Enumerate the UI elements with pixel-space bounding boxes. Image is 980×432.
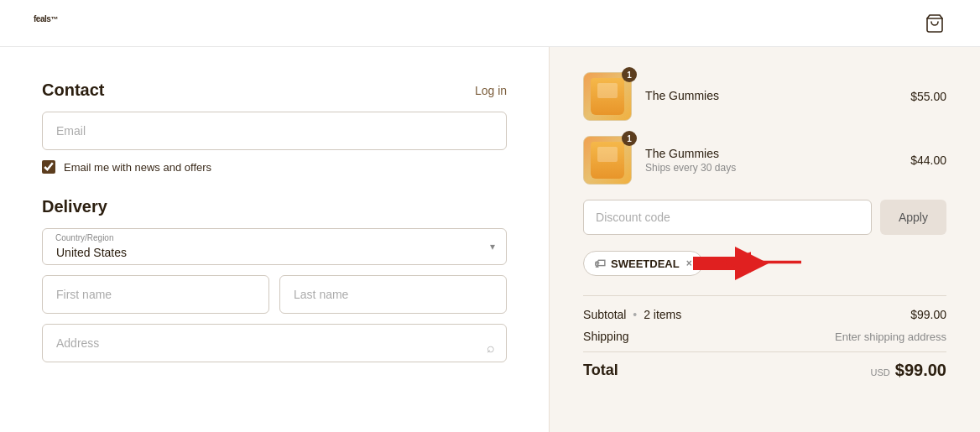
total-currency: USD (871, 367, 890, 377)
product-image-wrap: 1 (583, 72, 632, 121)
discount-code-input[interactable] (583, 200, 872, 235)
total-row: Total USD $99.00 (583, 351, 946, 380)
shipping-value: Enter shipping address (835, 331, 946, 343)
product-list: 1 The Gummies $55.00 1 The Gummies Ships (583, 72, 946, 185)
arrow-indicator (713, 247, 805, 280)
site-logo: feals™ (34, 10, 58, 36)
quantity-badge: 1 (622, 67, 637, 82)
main-layout: Contact Log in Email me with news and of… (0, 47, 980, 432)
newsletter-label: Email me with news and offers (64, 161, 211, 174)
summary-divider (583, 295, 946, 296)
delivery-title: Delivery (42, 197, 107, 216)
remove-coupon-button[interactable]: × (686, 258, 692, 269)
tag-icon: 🏷 (594, 257, 606, 270)
first-name-field[interactable] (42, 275, 269, 314)
email-field[interactable] (42, 112, 507, 150)
coupon-code-label: SWEETDEAL (611, 258, 680, 270)
product-price: $55.00 (910, 90, 946, 103)
last-name-field[interactable] (279, 275, 507, 314)
discount-row: Apply (583, 200, 946, 235)
shipping-row: Shipping Enter shipping address (583, 330, 946, 343)
country-select-wrap: Country/Region United States ▾ (42, 228, 507, 265)
contact-section-header: Contact Log in (42, 81, 507, 100)
left-panel: Contact Log in Email me with news and of… (0, 47, 549, 432)
product-image-wrap: 1 (583, 136, 632, 185)
address-wrap: ⌕ (42, 324, 507, 372)
product-name: The Gummies (645, 89, 910, 102)
product-item: 1 The Gummies Ships every 30 days $44.00 (583, 136, 946, 185)
newsletter-checkbox[interactable] (42, 160, 55, 174)
contact-title: Contact (42, 81, 104, 100)
cart-icon[interactable] (923, 12, 946, 35)
subtotal-value: $99.00 (910, 308, 946, 321)
name-row (42, 275, 507, 314)
log-in-link[interactable]: Log in (475, 84, 507, 97)
product-info: The Gummies Ships every 30 days (645, 147, 910, 174)
newsletter-checkbox-row: Email me with news and offers (42, 160, 507, 174)
apply-button[interactable]: Apply (880, 200, 946, 235)
coupon-row: 🏷 SWEETDEAL × (583, 247, 946, 280)
product-name: The Gummies (645, 147, 910, 160)
product-item: 1 The Gummies $55.00 (583, 72, 946, 121)
delivery-section-header: Delivery (42, 197, 507, 216)
product-info: The Gummies (645, 89, 910, 104)
delivery-section: Delivery Country/Region United States ▾ … (42, 197, 507, 372)
total-value: $99.00 (895, 361, 946, 380)
product-price: $44.00 (910, 154, 946, 167)
total-label: Total (583, 362, 618, 379)
subtotal-label: Subtotal • 2 items (583, 308, 681, 321)
total-value-wrap: USD $99.00 (871, 361, 946, 380)
product-subscription: Ships every 30 days (645, 162, 910, 174)
site-header: feals™ (0, 0, 980, 47)
country-select[interactable]: United States (42, 228, 507, 265)
quantity-badge: 1 (622, 131, 637, 146)
coupon-tag: 🏷 SWEETDEAL × (583, 251, 703, 276)
subtotal-row: Subtotal • 2 items $99.00 (583, 308, 946, 321)
shipping-label: Shipping (583, 330, 629, 343)
right-panel: 1 The Gummies $55.00 1 The Gummies Ships (549, 47, 980, 432)
address-field[interactable] (42, 324, 507, 362)
